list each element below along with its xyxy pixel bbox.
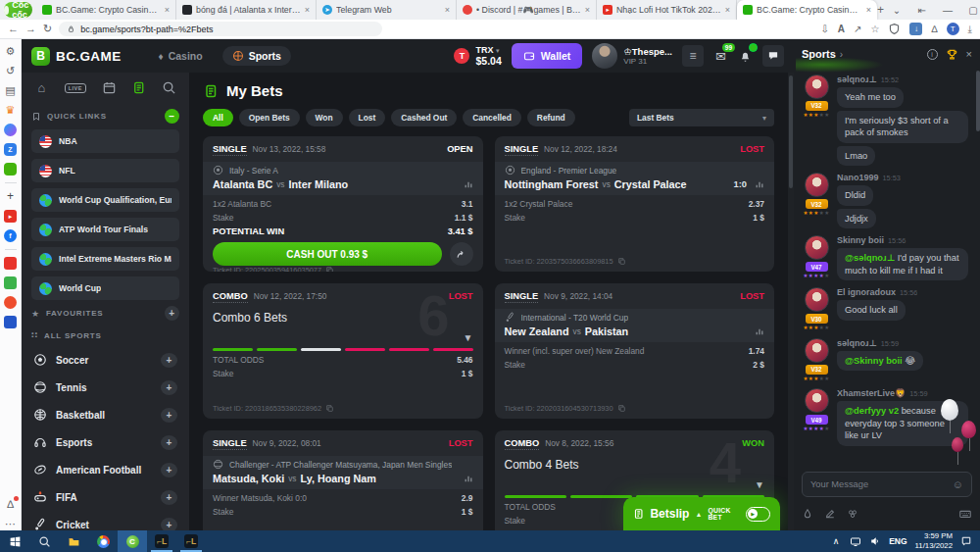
clover-icon[interactable]: [847, 508, 858, 520]
notifications-button[interactable]: [738, 49, 753, 64]
filter-chip-cashed-out[interactable]: Cashed Out: [391, 109, 457, 126]
rain-drop-icon[interactable]: [802, 508, 813, 520]
back-icon[interactable]: ←: [8, 24, 19, 34]
tab-close-icon[interactable]: ×: [165, 5, 170, 15]
sidebar-sport-item[interactable]: Tennis+: [31, 374, 179, 401]
keyboard-icon[interactable]: [958, 507, 972, 521]
copy-icon[interactable]: [325, 266, 334, 272]
gamepad-icon[interactable]: [4, 163, 17, 176]
filter-chip-refund[interactable]: Refund: [527, 109, 575, 126]
sale-1511-icon[interactable]: [4, 257, 17, 270]
trophy-icon[interactable]: [946, 48, 958, 61]
filter-chip-won[interactable]: Won: [306, 109, 343, 126]
action-center-icon[interactable]: [960, 535, 972, 547]
browser-tab[interactable]: ➤Telegram Web×: [317, 0, 457, 20]
shopee-icon[interactable]: [4, 296, 17, 309]
volume-icon[interactable]: [869, 535, 881, 547]
chat-user-avatar[interactable]: [805, 173, 829, 197]
match-row[interactable]: Atalanta BCvsInter Milano: [213, 178, 473, 190]
chat-user-avatar[interactable]: [805, 287, 829, 312]
nav-casino[interactable]: ♦Casino: [149, 46, 213, 66]
translate-icon[interactable]: A: [838, 24, 845, 34]
new-tab-button[interactable]: +: [877, 0, 884, 20]
notification-bell-icon[interactable]: ∆: [931, 24, 937, 34]
bet-card[interactable]: SINGLENov 12, 2022, 18:24LOSTEngland - P…: [495, 136, 775, 272]
quick-link-item[interactable]: World Cup Qualification, Europe: [31, 188, 179, 212]
filter-chip-open-bets[interactable]: Open Bets: [239, 109, 300, 126]
share-bet-button[interactable]: [450, 242, 473, 266]
match-row[interactable]: Nottingham ForestvsCrystal Palace1:0: [505, 178, 765, 190]
taskbar-app-start[interactable]: [0, 530, 29, 552]
sidebar-sport-item[interactable]: Soccer+: [31, 346, 179, 374]
chat-mention[interactable]: @Skinny boii: [845, 356, 903, 366]
chat-mention[interactable]: @sǝlqnoɹ⊥: [845, 253, 895, 263]
browser-tab[interactable]: BC.Game: Crypto Casino Gan×: [737, 0, 877, 20]
sale-1111-icon[interactable]: [4, 316, 17, 328]
save-page-icon[interactable]: ⇩: [820, 24, 828, 34]
chevron-right-icon[interactable]: ›: [840, 49, 843, 60]
copy-icon[interactable]: [617, 404, 626, 413]
chat-room-name[interactable]: Sports: [802, 48, 836, 60]
taskbar-app-explorer[interactable]: [59, 530, 88, 552]
gear-icon[interactable]: ⚙: [4, 45, 17, 58]
chat-toggle-button[interactable]: [762, 45, 784, 67]
quick-link-item[interactable]: Intel Extreme Masters Rio Major 2022: [31, 247, 179, 271]
inbox-button[interactable]: ✉99: [713, 49, 728, 64]
stats-icon[interactable]: [755, 326, 764, 336]
filter-chip-lost[interactable]: Lost: [349, 109, 386, 126]
expand-sport-button[interactable]: +: [161, 435, 177, 450]
sidebar-sport-item[interactable]: American Football+: [31, 456, 179, 483]
cash-out-button[interactable]: CASH OUT 0.93 $: [213, 242, 442, 266]
adblock-shield-icon[interactable]: [888, 23, 901, 35]
copy-icon[interactable]: [617, 257, 626, 266]
refresh-icon[interactable]: ↻: [43, 24, 52, 34]
bet-list-button[interactable]: ≡: [682, 45, 704, 67]
bet-card[interactable]: SINGLENov 9, 2022, 08:01LOSTChallenger -…: [203, 430, 483, 530]
chat-mention[interactable]: @derfyyy v2: [845, 406, 899, 416]
expand-combo-icon[interactable]: ▼: [464, 332, 473, 343]
expand-sport-button[interactable]: +: [161, 380, 177, 395]
zalo-icon[interactable]: Z: [4, 143, 17, 156]
taskbar-app-coccoc[interactable]: C: [118, 530, 147, 552]
tray-expand-icon[interactable]: ∧: [830, 535, 842, 547]
calendar-icon[interactable]: [102, 80, 117, 95]
bcgame-logo-text[interactable]: BC.GAME: [56, 49, 122, 64]
tab-close-icon[interactable]: ×: [445, 5, 450, 15]
expand-sport-button[interactable]: +: [161, 518, 177, 531]
nav-sports[interactable]: Sports: [222, 46, 291, 66]
tab-close-icon[interactable]: ×: [866, 5, 871, 15]
maximize-button[interactable]: ▢: [960, 0, 980, 20]
tab-close-icon[interactable]: ×: [585, 5, 590, 15]
plus-icon[interactable]: +: [4, 190, 17, 203]
filter-chip-all[interactable]: All: [203, 109, 233, 126]
chat-scrollbar[interactable]: [976, 71, 980, 169]
live-icon[interactable]: LIVE: [65, 83, 86, 93]
bell-icon[interactable]: ∆: [4, 498, 17, 511]
taskbar-app-lol[interactable]: ⌐L: [147, 530, 176, 552]
facebook-icon[interactable]: f: [4, 229, 17, 242]
search-icon[interactable]: [162, 80, 176, 95]
bet-card[interactable]: COMBONov 12, 2022, 17:50LOST6Combo 6 Bet…: [203, 283, 483, 419]
sidebar-sport-item[interactable]: Esports+: [31, 428, 179, 456]
profile-avatar-icon[interactable]: T: [947, 23, 959, 35]
expand-sport-button[interactable]: +: [161, 408, 177, 423]
stats-icon[interactable]: [464, 179, 473, 189]
copy-icon[interactable]: [325, 404, 334, 413]
share-icon[interactable]: ↗: [854, 24, 861, 34]
crown-icon[interactable]: ♛: [4, 104, 17, 117]
network-icon[interactable]: [850, 535, 861, 547]
taskbar-app-chrome[interactable]: [88, 530, 118, 552]
coccoc-brand-button[interactable]: Cốc cốc: [4, 2, 32, 18]
quick-link-item[interactable]: NFL: [31, 159, 179, 182]
pencil-icon[interactable]: [824, 508, 836, 520]
stats-icon[interactable]: [755, 179, 764, 189]
collapse-quick-links-button[interactable]: –: [165, 109, 179, 124]
quick-link-item[interactable]: NBA: [31, 129, 179, 153]
shop-bag-icon[interactable]: [4, 276, 17, 289]
home-icon[interactable]: ⌂: [34, 80, 49, 95]
bookmark-star-icon[interactable]: ☆: [870, 24, 879, 34]
bet-card[interactable]: SINGLENov 9, 2022, 14:04LOSTInternationa…: [495, 283, 775, 419]
chat-user-avatar[interactable]: [805, 338, 829, 363]
filter-chip-cancelled[interactable]: Cancelled: [463, 109, 521, 126]
back-to-app-icon[interactable]: ⇤: [909, 0, 935, 20]
